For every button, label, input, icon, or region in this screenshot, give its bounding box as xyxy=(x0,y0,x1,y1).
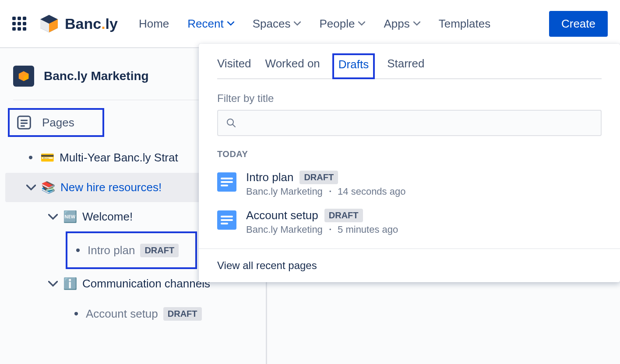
bullet-icon: • xyxy=(74,243,82,258)
emoji-icon: ℹ️ xyxy=(63,277,77,290)
create-button[interactable]: Create xyxy=(549,11,608,37)
tree-label: Intro plan xyxy=(88,244,135,257)
space-icon xyxy=(13,66,34,87)
nav-people[interactable]: People xyxy=(319,17,365,31)
chevron-down-icon xyxy=(358,21,365,26)
sidebar-pages[interactable]: Pages xyxy=(8,108,104,137)
doc-row-introplan[interactable]: Intro plan DRAFT Banc.ly Marketing ・ 14 … xyxy=(217,165,602,203)
tree-item-introplan[interactable]: • Intro plan DRAFT xyxy=(66,231,197,269)
doc-row-account[interactable]: Account setup DRAFT Banc.ly Marketing ・ … xyxy=(217,203,602,242)
app-switcher-icon[interactable] xyxy=(12,17,26,31)
chevron-down-icon xyxy=(48,281,58,287)
nav-home[interactable]: Home xyxy=(139,17,169,31)
chevron-down-icon xyxy=(413,21,420,26)
recent-dropdown: Visited Worked on Drafts Starred Filter … xyxy=(199,44,620,282)
draft-badge: DRAFT xyxy=(140,244,179,257)
tree-item-account[interactable]: • Account setup DRAFT xyxy=(0,298,266,329)
pages-icon xyxy=(16,114,32,131)
nav-templates[interactable]: Templates xyxy=(439,17,491,31)
bullet-icon: • xyxy=(72,306,81,321)
doc-title: Account setup xyxy=(246,209,318,222)
doc-meta: Banc.ly Marketing ・ 14 seconds ago xyxy=(246,185,405,198)
section-today: TODAY xyxy=(217,149,602,159)
bullet-icon: • xyxy=(26,150,35,165)
logo-text: Banc.ly xyxy=(65,15,118,32)
draft-badge: DRAFT xyxy=(163,307,202,321)
search-icon xyxy=(226,118,236,128)
document-icon xyxy=(217,210,236,230)
emoji-icon: 💳 xyxy=(40,151,54,164)
logo-icon xyxy=(39,13,60,34)
space-title: Banc.ly Marketing xyxy=(44,69,149,83)
tab-drafts[interactable]: Drafts xyxy=(332,53,375,79)
emoji-icon: 📚 xyxy=(41,181,55,194)
nav-recent[interactable]: Recent xyxy=(187,17,234,31)
chevron-down-icon xyxy=(48,214,58,220)
dropdown-tabs: Visited Worked on Drafts Starred xyxy=(217,44,602,79)
doc-title: Intro plan xyxy=(246,171,293,184)
chevron-down-icon xyxy=(294,21,301,26)
nav-spaces[interactable]: Spaces xyxy=(253,17,301,31)
tree-label: New hire resources! xyxy=(60,181,162,194)
tab-visited[interactable]: Visited xyxy=(217,57,251,78)
view-all-recent[interactable]: View all recent pages xyxy=(199,248,620,282)
chevron-down-icon xyxy=(227,21,234,26)
top-nav: Banc.ly Home Recent Spaces People Apps T… xyxy=(0,0,620,48)
draft-badge: DRAFT xyxy=(299,171,338,184)
tree-label: Welcome! xyxy=(82,210,133,224)
tree-label: Multi-Year Banc.ly Strat xyxy=(60,151,178,164)
svg-line-10 xyxy=(232,124,235,127)
logo[interactable]: Banc.ly xyxy=(39,13,118,34)
draft-badge: DRAFT xyxy=(324,209,363,222)
nav-apps[interactable]: Apps xyxy=(384,17,420,31)
filter-label: Filter by title xyxy=(217,92,602,105)
doc-meta: Banc.ly Marketing ・ 5 minutes ago xyxy=(246,223,398,236)
pages-label: Pages xyxy=(42,116,74,130)
tree-label: Communication channels xyxy=(82,277,210,290)
document-icon xyxy=(217,172,236,192)
tab-workedon[interactable]: Worked on xyxy=(265,57,320,78)
tab-starred[interactable]: Starred xyxy=(387,57,424,78)
emoji-icon: 🆕 xyxy=(63,210,77,224)
tree-label: Account setup xyxy=(86,307,158,321)
filter-input[interactable] xyxy=(217,110,602,136)
chevron-down-icon xyxy=(26,185,36,191)
nav-links: Home Recent Spaces People Apps Templates xyxy=(139,17,546,31)
